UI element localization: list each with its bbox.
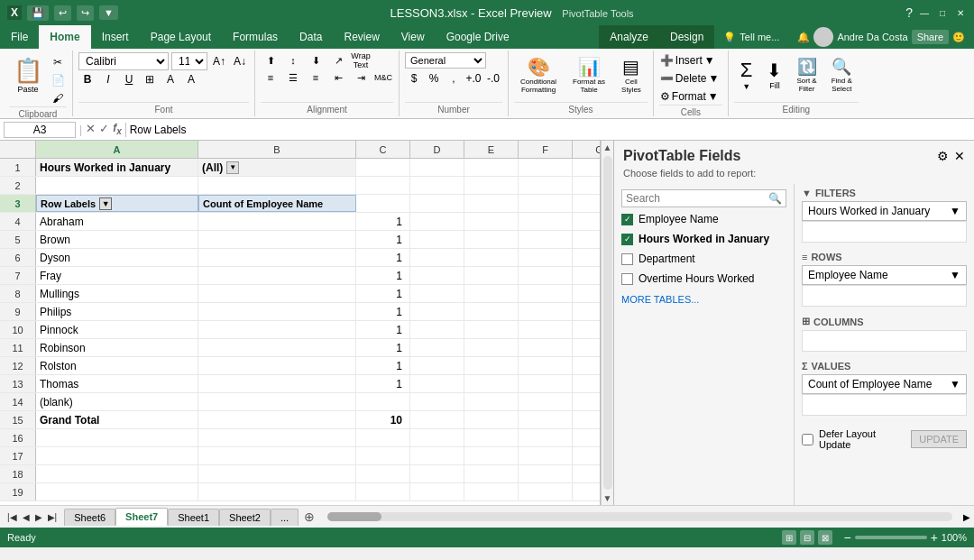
- fill-button[interactable]: ⬇ Fill: [760, 52, 788, 97]
- cell-a10[interactable]: Pinnock: [36, 321, 198, 338]
- formula-input[interactable]: [125, 123, 970, 137]
- tab-formulas[interactable]: Formulas: [222, 25, 289, 49]
- sheet-tab-sheet6[interactable]: Sheet6: [64, 509, 115, 526]
- zoom-in-button[interactable]: +: [931, 530, 938, 545]
- tab-review[interactable]: Review: [333, 25, 390, 49]
- font-color-button[interactable]: A: [182, 71, 200, 87]
- bold-button[interactable]: B: [78, 71, 96, 87]
- increase-font-button[interactable]: A↑: [210, 53, 228, 69]
- defer-checkbox[interactable]: [802, 434, 813, 445]
- scroll-right-arrow[interactable]: ▶: [960, 512, 974, 522]
- decrease-decimal-button[interactable]: -.0: [484, 70, 502, 87]
- cut-button[interactable]: ✂: [49, 54, 67, 70]
- paste-button[interactable]: 📋 Paste: [9, 52, 47, 97]
- field-item-hours-worked[interactable]: ✓ Hours Worked in January: [621, 231, 786, 247]
- font-size-select[interactable]: 11: [171, 52, 207, 70]
- values-dropdown[interactable]: Count of Employee Name ▼: [802, 374, 967, 394]
- col-header-f[interactable]: F: [519, 141, 573, 158]
- decrease-indent-button[interactable]: ⇤: [328, 69, 348, 86]
- sheet-last-btn[interactable]: ▶|: [46, 510, 60, 524]
- col-header-d[interactable]: D: [410, 141, 464, 158]
- sheet-next-btn[interactable]: ▶: [33, 510, 44, 524]
- cell-a1[interactable]: Hours Worked in January: [36, 159, 198, 176]
- filters-dropdown[interactable]: Hours Worked in January ▼: [802, 201, 967, 221]
- tab-file[interactable]: File: [0, 25, 39, 49]
- insert-button[interactable]: ➕Insert▼: [659, 52, 722, 69]
- notifications-icon[interactable]: 🔔: [797, 32, 810, 43]
- col-header-b[interactable]: B: [198, 141, 356, 158]
- increase-decimal-button[interactable]: +.0: [464, 70, 482, 87]
- align-bottom-button[interactable]: ⬇: [306, 52, 326, 69]
- cell-a7[interactable]: Fray: [36, 267, 198, 284]
- scroll-track[interactable]: [603, 156, 612, 490]
- percent-button[interactable]: $: [405, 70, 423, 87]
- vertical-scrollbar[interactable]: ▲ ▼: [601, 141, 613, 505]
- scroll-up-arrow[interactable]: ▲: [602, 141, 614, 154]
- field-checkbox-hours-worked[interactable]: ✓: [621, 234, 633, 245]
- rows-dropdown[interactable]: Employee Name ▼: [802, 265, 967, 285]
- more-tables-link[interactable]: MORE TABLES...: [621, 290, 786, 308]
- col-header-a[interactable]: A: [36, 141, 198, 158]
- cell-a15[interactable]: Grand Total: [36, 411, 198, 428]
- confirm-formula-icon[interactable]: ✓: [99, 122, 109, 136]
- col-header-e[interactable]: E: [464, 141, 519, 158]
- tab-google-drive[interactable]: Google Drive: [436, 25, 520, 49]
- close-button[interactable]: ✕: [954, 6, 967, 19]
- fill-color-button[interactable]: A: [161, 71, 179, 87]
- sheet-first-btn[interactable]: |◀: [5, 510, 19, 524]
- sheet-tab-more[interactable]: ...: [271, 509, 299, 526]
- merge-center-button[interactable]: M&C: [373, 69, 393, 86]
- page-layout-view-button[interactable]: ⊟: [800, 530, 814, 545]
- page-break-view-button[interactable]: ⊠: [818, 530, 832, 545]
- col-header-g[interactable]: G: [573, 141, 601, 158]
- quick-access-redo[interactable]: ↪: [77, 5, 94, 21]
- tab-page-layout[interactable]: Page Layout: [140, 25, 222, 49]
- cell-a8[interactable]: Mullings: [36, 285, 198, 302]
- field-checkbox-employee-name[interactable]: ✓: [621, 214, 633, 225]
- cell-a5[interactable]: Brown: [36, 231, 198, 248]
- cell-a12[interactable]: Rolston: [36, 357, 198, 374]
- field-item-employee-name[interactable]: ✓ Employee Name: [621, 211, 786, 227]
- align-left-button[interactable]: ≡: [261, 69, 280, 86]
- row-labels-filter[interactable]: ▼: [99, 197, 112, 210]
- align-middle-button[interactable]: ↕: [283, 52, 303, 69]
- copy-button[interactable]: 📄: [49, 72, 67, 88]
- cell-a14[interactable]: (blank): [36, 393, 198, 410]
- add-sheet-button[interactable]: ⊕: [299, 507, 320, 527]
- scroll-thumb[interactable]: [327, 512, 381, 521]
- comma-button[interactable]: %: [425, 70, 443, 87]
- cell-a9[interactable]: Philips: [36, 303, 198, 320]
- delete-button[interactable]: ➖Delete▼: [659, 70, 722, 87]
- cell-b1[interactable]: (All)▼: [198, 159, 356, 176]
- number-format-select[interactable]: General: [405, 52, 486, 69]
- sheet-tab-sheet2[interactable]: Sheet2: [219, 509, 271, 526]
- text-angle-button[interactable]: ↗: [328, 52, 348, 69]
- field-checkbox-overtime[interactable]: [621, 273, 633, 285]
- increase-indent-button[interactable]: ⇥: [351, 69, 371, 86]
- zoom-slider[interactable]: [855, 536, 927, 539]
- sum-button[interactable]: Σ ▼: [734, 52, 759, 97]
- tab-data[interactable]: Data: [289, 25, 333, 49]
- share-button[interactable]: Share: [912, 30, 949, 44]
- format-button[interactable]: ⚙Format▼: [659, 88, 722, 105]
- font-name-select[interactable]: Calibri: [78, 52, 169, 70]
- dollar-button[interactable]: ,: [445, 70, 463, 87]
- cell-a3[interactable]: Row Labels ▼: [36, 195, 198, 212]
- smiley-icon[interactable]: 🙂: [952, 32, 965, 43]
- tell-me[interactable]: 💡 Tell me...: [714, 25, 788, 49]
- field-item-department[interactable]: Department: [621, 251, 786, 267]
- maximize-button[interactable]: □: [936, 6, 949, 19]
- quick-access-undo[interactable]: ↩: [54, 5, 71, 21]
- conditional-formatting-button[interactable]: 🎨 ConditionalFormatting: [514, 52, 563, 97]
- normal-view-button[interactable]: ⊞: [782, 530, 796, 545]
- tab-view[interactable]: View: [391, 25, 436, 49]
- zoom-out-button[interactable]: −: [843, 530, 850, 545]
- cell-b3[interactable]: Count of Employee Name: [198, 195, 356, 212]
- horizontal-scrollbar[interactable]: [327, 510, 952, 523]
- sheet-tab-sheet1[interactable]: Sheet1: [168, 509, 219, 526]
- cell-a6[interactable]: Dyson: [36, 249, 198, 266]
- cell-a4[interactable]: Abraham: [36, 213, 198, 230]
- sheet-tab-sheet7[interactable]: Sheet7: [115, 508, 168, 526]
- tab-design[interactable]: Design: [659, 25, 714, 49]
- cell-reference[interactable]: [4, 122, 76, 138]
